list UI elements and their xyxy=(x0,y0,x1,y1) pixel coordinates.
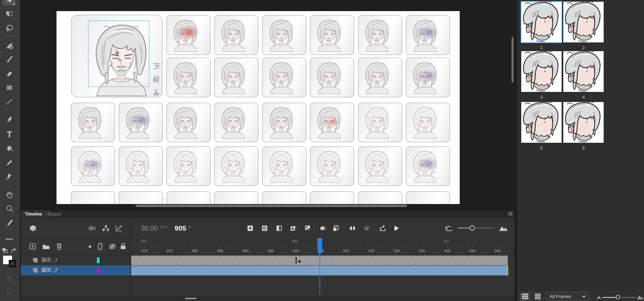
svg-text:A: A xyxy=(294,225,296,229)
